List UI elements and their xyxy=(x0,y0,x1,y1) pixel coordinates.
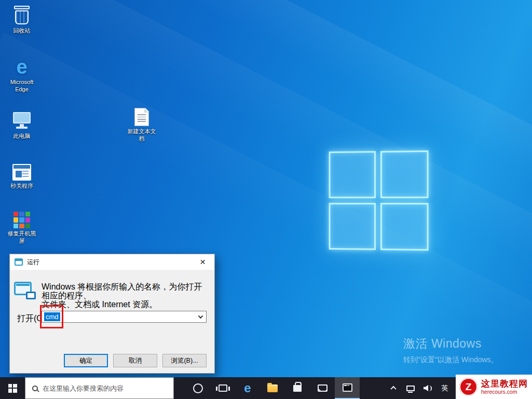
description-line2: 文件夹、文档或 Internet 资源。 xyxy=(42,300,202,309)
run-dialog-description: Windows 将根据你所输入的名称，为你打开相应的程序、 文件夹、文档或 In… xyxy=(42,282,202,309)
desktop-icon-fix-black-screen[interactable]: 修复开机黑屏 xyxy=(5,208,38,245)
mosaic-icon xyxy=(13,208,30,228)
activation-watermark: 激活 Windows 转到"设置"以激活 Windows。 xyxy=(403,336,498,365)
site-name: 这里教程网 xyxy=(481,379,528,389)
desktop-icon-microsoft-edge[interactable]: e Microsoft Edge xyxy=(5,56,38,93)
task-view-icon xyxy=(219,384,227,392)
computer-icon xyxy=(12,110,32,131)
network-button[interactable] xyxy=(404,377,417,399)
windows-wallpaper-logo xyxy=(329,150,429,251)
site-logo-icon: Z xyxy=(459,378,478,396)
site-url: herecours.com xyxy=(481,389,528,395)
microsoft-store-button[interactable] xyxy=(285,377,310,399)
activation-line2: 转到"设置"以激活 Windows。 xyxy=(403,355,498,365)
ime-language-button[interactable]: 英 xyxy=(438,377,452,399)
activation-line1: 激活 Windows xyxy=(403,336,498,352)
chevron-up-icon xyxy=(390,386,396,392)
windows-start-icon xyxy=(8,384,17,393)
run-dialog-titlebar[interactable]: 运行 ✕ xyxy=(10,254,214,270)
show-hidden-icons-button[interactable] xyxy=(387,377,400,399)
search-input[interactable] xyxy=(43,384,162,392)
edge-taskbar-button[interactable]: e xyxy=(235,377,260,399)
ok-button[interactable]: 确定 xyxy=(64,354,108,367)
start-button[interactable] xyxy=(0,377,25,399)
desktop-icon-new-text-document[interactable]: 新建文本文档 xyxy=(125,105,158,143)
desktop-icon-quick-close-app[interactable]: 秒关程序 xyxy=(5,160,38,190)
folder-icon xyxy=(267,384,278,392)
command-prompt-button[interactable] xyxy=(335,377,360,399)
cortana-icon xyxy=(193,383,203,393)
ime-indicator: 英 xyxy=(438,383,452,393)
run-dialog-title: 运行 xyxy=(27,258,39,267)
system-tray: 英 xyxy=(387,377,452,399)
desktop-icon-label: 此电脑 xyxy=(13,133,31,140)
recycle-bin-icon xyxy=(13,5,31,25)
desktop-icon-label: 修复开机黑屏 xyxy=(5,230,38,245)
search-icon xyxy=(32,386,38,391)
cancel-button[interactable]: 取消 xyxy=(113,354,157,367)
description-line1: Windows 将根据你所输入的名称，为你打开相应的程序、 xyxy=(42,282,202,300)
volume-button[interactable] xyxy=(421,377,434,399)
app-window-icon xyxy=(12,160,31,181)
combobox-dropdown-button[interactable] xyxy=(196,312,206,322)
site-branding-badge: Z 这里教程网 herecours.com xyxy=(456,375,532,399)
mail-button[interactable] xyxy=(310,377,335,399)
close-icon[interactable]: ✕ xyxy=(191,254,214,269)
mail-envelope-icon xyxy=(318,384,328,392)
command-prompt-icon xyxy=(343,383,352,392)
store-bag-icon xyxy=(293,385,302,392)
task-view-button[interactable] xyxy=(210,377,235,399)
file-explorer-button[interactable] xyxy=(260,377,285,399)
desktop-icon-label: 回收站 xyxy=(13,27,31,35)
site-branding-text: 这里教程网 herecours.com xyxy=(481,379,528,395)
taskbar: e 英 xyxy=(0,377,532,399)
chevron-down-icon xyxy=(198,313,203,319)
run-dialog-icon xyxy=(15,258,23,266)
desktop-icon-this-pc[interactable]: 此电脑 xyxy=(5,110,38,140)
light-ray xyxy=(0,0,532,284)
taskbar-app-icons: e xyxy=(185,377,360,399)
taskbar-search-box[interactable] xyxy=(25,377,174,399)
desktop-icon-label: Microsoft Edge xyxy=(5,79,38,93)
desktop-icon-label: 秒关程序 xyxy=(10,183,33,190)
desktop-icon-recycle-bin[interactable]: 回收站 xyxy=(5,5,38,35)
run-command-combobox[interactable]: cmd xyxy=(42,311,207,323)
speaker-icon xyxy=(424,385,432,391)
cortana-button[interactable] xyxy=(185,377,210,399)
run-dialog-buttons: 确定 取消 浏览(B)... xyxy=(10,354,207,367)
text-document-icon xyxy=(134,105,149,126)
run-command-value[interactable]: cmd xyxy=(44,312,60,321)
edge-icon: e xyxy=(16,56,27,77)
desktop-icon-label: 新建文本文档 xyxy=(125,128,158,143)
edge-icon: e xyxy=(244,382,251,394)
run-program-icon xyxy=(14,282,36,299)
network-icon xyxy=(406,386,415,391)
browse-button[interactable]: 浏览(B)... xyxy=(162,354,207,367)
